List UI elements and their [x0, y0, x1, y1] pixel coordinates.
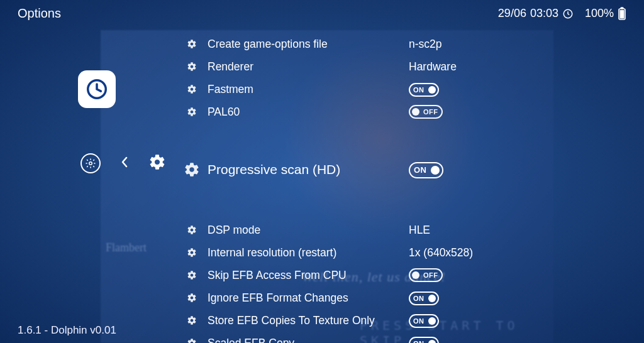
setting-row-progressive-scan[interactable]: Progressive scan (HD)ON: [176, 153, 619, 186]
setting-value: Hardware: [409, 60, 619, 74]
setting-row-pal60[interactable]: PAL60OFF: [176, 101, 619, 123]
setting-row-store-efb-texture[interactable]: Store EFB Copies To Texture OnlyON: [176, 309, 619, 332]
setting-row-renderer[interactable]: RendererHardware: [176, 55, 619, 78]
toggle-text: OFF: [422, 108, 440, 116]
nav-back-button[interactable]: [119, 155, 130, 172]
svg-rect-3: [620, 10, 625, 19]
footer-version: 1.6.1 - Dolphin v0.01: [18, 324, 116, 337]
gear-icon: [176, 107, 208, 117]
gear-icon: [176, 62, 208, 72]
setting-label: PAL60: [208, 106, 409, 119]
setting-row-dsp-mode[interactable]: DSP modeHLE: [176, 219, 619, 241]
battery-percent: 100%: [585, 7, 614, 20]
toggle-on[interactable]: ON: [409, 83, 439, 97]
toggle-knob: [428, 340, 436, 344]
toggle-text: ON: [412, 317, 426, 325]
setting-value[interactable]: ON: [409, 82, 619, 97]
setting-value: n-sc2p: [409, 38, 619, 51]
setting-row-ignore-efb-format[interactable]: Ignore EFB Format ChangesON: [176, 286, 619, 309]
setting-label: Fastmem: [208, 83, 409, 96]
setting-label: Skip EFB Access From CPU: [208, 269, 409, 282]
gear-icon: [176, 161, 208, 178]
svg-rect-2: [621, 8, 623, 9]
gear-icon: [176, 315, 208, 325]
header-bar: Options 29/06 03:03 100%: [0, 0, 644, 21]
setting-value: HLE: [409, 224, 619, 237]
toggle-on[interactable]: ON: [409, 314, 439, 328]
toggle-knob: [428, 295, 436, 302]
backdrop-player-name: Flambert: [106, 241, 147, 254]
setting-row-fastmem[interactable]: FastmemON: [176, 78, 619, 101]
status-date: 29/06: [498, 7, 526, 20]
toggle-knob: [412, 271, 419, 279]
setting-label: Ignore EFB Format Changes: [208, 291, 409, 305]
gear-icon: [176, 248, 208, 258]
settings-list: Create game-options filen-sc2pRendererHa…: [176, 33, 619, 343]
setting-label: Renderer: [208, 60, 409, 74]
toggle-text: OFF: [422, 271, 440, 279]
setting-label: Scaled EFB Copy: [208, 337, 409, 344]
setting-row-internal-res[interactable]: Internal resolution (restart)1x (640x528…: [176, 241, 619, 264]
toggle-off[interactable]: OFF: [409, 268, 443, 282]
battery-icon: [618, 7, 626, 21]
toggle-knob: [428, 317, 436, 325]
setting-label: DSP mode: [208, 224, 409, 237]
toggle-knob: [412, 108, 419, 116]
setting-value[interactable]: ON: [409, 161, 619, 178]
setting-label: Internal resolution (restart): [208, 246, 409, 259]
setting-value[interactable]: ON: [409, 336, 619, 344]
recent-app-tile[interactable]: [78, 70, 116, 108]
toggle-text: ON: [412, 295, 426, 302]
gear-icon: [176, 39, 208, 49]
gear-icon: [148, 153, 166, 171]
toggle-text: ON: [412, 86, 426, 94]
nav-gear-indicator: [148, 153, 166, 173]
status-time: 03:03: [530, 7, 558, 20]
setting-label: Progressive scan (HD): [208, 162, 409, 177]
toggle-text: ON: [413, 165, 428, 175]
clock-icon: [85, 77, 109, 101]
toggle-on[interactable]: ON: [409, 162, 443, 178]
toggle-on[interactable]: ON: [409, 291, 439, 305]
toggle-on[interactable]: ON: [409, 337, 439, 344]
setting-value[interactable]: OFF: [409, 268, 619, 282]
toggle-off[interactable]: OFF: [409, 105, 443, 119]
setting-label: Store EFB Copies To Texture Only: [208, 314, 409, 327]
selected-row-nav: [80, 153, 166, 173]
gear-icon: [176, 293, 208, 303]
nav-settings-button[interactable]: [80, 153, 101, 173]
chevron-left-icon: [119, 155, 130, 170]
setting-row-scaled-efb-copy[interactable]: Scaled EFB CopyON: [176, 332, 619, 343]
svg-point-5: [89, 162, 92, 165]
setting-value[interactable]: OFF: [409, 105, 619, 119]
status-bar: 29/06 03:03 100%: [498, 7, 626, 21]
setting-value: 1x (640x528): [409, 246, 619, 259]
setting-value[interactable]: ON: [409, 291, 619, 305]
setting-row-create-game-options[interactable]: Create game-options filen-sc2p: [176, 33, 619, 55]
setting-value[interactable]: ON: [409, 313, 619, 328]
clock-icon: [562, 8, 574, 19]
setting-label: Create game-options file: [208, 38, 409, 51]
gear-icon: [85, 158, 96, 169]
gear-icon: [176, 84, 208, 94]
page-title: Options: [18, 6, 61, 21]
toggle-text: ON: [412, 340, 426, 344]
gear-icon: [176, 338, 208, 343]
toggle-knob: [428, 86, 436, 94]
toggle-knob: [431, 166, 440, 175]
gear-icon: [176, 225, 208, 235]
setting-row-skip-efb-access[interactable]: Skip EFB Access From CPUOFF: [176, 264, 619, 286]
gear-icon: [176, 270, 208, 280]
